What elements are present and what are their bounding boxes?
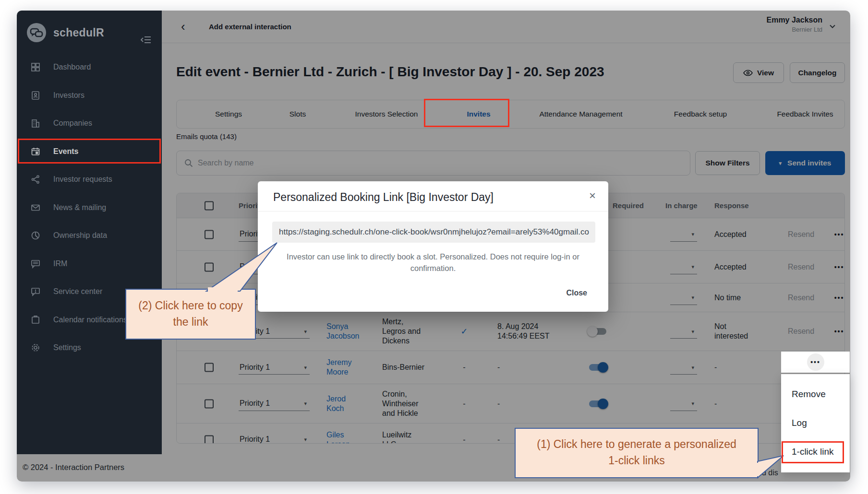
close-button[interactable]: Close — [566, 289, 587, 297]
menu-item-log[interactable]: Log — [781, 409, 850, 437]
booking-link-url-field[interactable]: https://staging.schedulr.ch/one-click-bo… — [272, 222, 595, 243]
booking-link-modal: Personalized Booking Link [Big Investor … — [258, 181, 608, 312]
modal-description: Investor can use link to directly book a… — [279, 251, 587, 274]
close-icon[interactable]: × — [589, 189, 596, 202]
more-button[interactable]: ••• — [807, 353, 824, 371]
annotation-box-invites-tab — [424, 99, 509, 127]
callout-line: (2) Click here to copy — [126, 297, 255, 314]
callout-line: 1-click links — [516, 452, 758, 469]
callout-line: (1) Click here to generate a personalize… — [516, 436, 758, 452]
menu-item-remove[interactable]: Remove — [781, 380, 850, 409]
modal-title: Personalized Booking Link [Big Investor … — [273, 191, 494, 204]
row-actions-fragment: ••• — [781, 352, 850, 373]
screenshot-page: schedulR Dashboard Investors Compani — [0, 0, 868, 494]
modal-divider — [258, 211, 608, 212]
callout-generate-link: (1) Click here to generate a personalize… — [515, 428, 759, 478]
annotation-box-events — [18, 139, 161, 164]
callout-copy-link: (2) Click here to copy the link — [125, 289, 256, 340]
callout-line: the link — [126, 314, 255, 330]
annotation-box-one-click-link — [782, 441, 844, 463]
backdrop-sidebar — [17, 11, 162, 454]
